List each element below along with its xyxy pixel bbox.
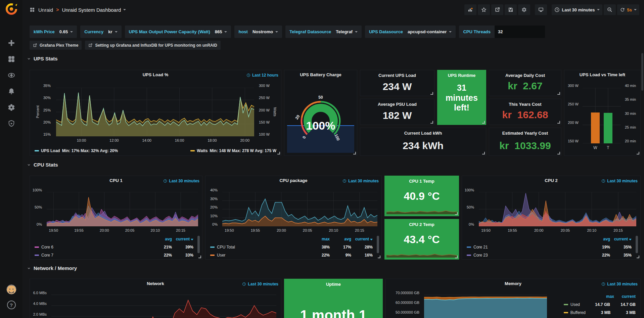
stat-title[interactable]: Average Daily Cost (489, 73, 561, 78)
section-ups-stats[interactable]: UPS Stats (27, 56, 58, 61)
legend-swatch (35, 255, 39, 256)
sidebar-dashboards-button[interactable] (0, 51, 22, 67)
ups-load-chart[interactable] (56, 88, 254, 136)
stat-title[interactable]: Uptime (284, 282, 382, 287)
legend-col-max[interactable]: max (593, 294, 614, 299)
top-navbar: Unraid > Unraid System Dashboard (22, 0, 644, 19)
breadcrumb-app[interactable]: Unraid (38, 7, 53, 13)
legend-swatch (467, 246, 471, 248)
time-override-badge[interactable]: Last 30 minutes (342, 179, 379, 183)
variable-ups-datasource[interactable]: UPS Datasource apcupsd-container (365, 26, 456, 38)
panel-title[interactable]: UPS Battery Charge (284, 72, 357, 77)
save-button[interactable] (505, 4, 517, 15)
legend-col-max[interactable]: max (308, 237, 330, 241)
gear-icon (521, 7, 527, 12)
stat-value: kr 2.67 (489, 80, 561, 92)
variable-telegraf-datasource[interactable]: Telegraf Datasource Telegraf (285, 26, 362, 38)
clock-icon (601, 179, 605, 183)
legend-row: CPU Total 38%17%28% (210, 243, 373, 251)
stat-title[interactable]: Average PSU Load (360, 102, 434, 107)
chart-legend: UPS Load Min: 17% Max: 32% Avg: 20% Watt… (35, 148, 276, 153)
cpu1-chart[interactable] (47, 192, 198, 226)
legend-col-current[interactable]: current (610, 237, 632, 241)
stat-title[interactable]: This Years Cost (489, 102, 561, 107)
legend-col-avg[interactable]: avg (330, 237, 351, 241)
stat-value: 40.9 °C (385, 190, 459, 202)
y-axis-ticks: 100%50%0% (462, 190, 477, 224)
ups-bars-chart[interactable]: WT (583, 88, 621, 143)
stat-title[interactable]: CPU 1 Temp (385, 179, 459, 184)
sidebar-server-admin-button[interactable] (0, 116, 22, 132)
panel-title[interactable]: UPS Load vs Time left (564, 72, 640, 77)
sidebar-user-avatar[interactable] (0, 281, 22, 298)
stat-title[interactable]: Current Load kWh (360, 131, 486, 136)
sidebar-alerting-button[interactable] (0, 83, 22, 99)
cycle-view-button[interactable] (535, 4, 547, 15)
clock-icon (554, 7, 560, 12)
stat-title[interactable]: Current UPS Load (360, 73, 434, 78)
panel-this-years-cost: This Years Cost kr 162.68 (489, 99, 561, 125)
add-panel-button[interactable] (464, 4, 476, 15)
variable-host[interactable]: host Nostromo (234, 26, 282, 38)
time-override-badge[interactable]: Last 30 minutes (242, 282, 278, 286)
legend-scrollbar[interactable] (636, 236, 638, 253)
panel-ups-load-vs-time-left: UPS Load vs Time left 300 W250 W200 W150… (564, 70, 641, 156)
legend-scrollbar[interactable] (377, 236, 379, 253)
apps-grid-icon[interactable] (29, 7, 35, 13)
time-override-badge[interactable]: Last 30 minutes (601, 282, 638, 286)
link-grafana-plex-theme[interactable]: Grafana Plex Theme (30, 41, 82, 50)
bar-T[interactable] (604, 113, 612, 143)
variable-ups-max-output[interactable]: UPS Max Output Power Capacity (Watt) 865 (125, 26, 231, 38)
stat-title[interactable]: UPS Runtime (438, 73, 486, 78)
stat-title[interactable]: Estimated Yearly Cost (489, 131, 561, 136)
cpu-package-chart[interactable] (222, 192, 377, 226)
panel-current-ups-load: Current UPS Load 234 W (360, 70, 434, 96)
link-grafana-influxdb-ups-guide[interactable]: Setting up Grafana and InfluxDB for UPS … (85, 41, 220, 50)
sidebar-explore-button[interactable] (0, 67, 22, 83)
zoom-out-button[interactable] (604, 4, 616, 15)
network-chart[interactable] (51, 290, 276, 318)
dashboard-settings-button[interactable] (518, 4, 530, 15)
chevron-down-icon (224, 31, 227, 33)
cpu2-chart[interactable] (479, 192, 636, 226)
section-network-memory[interactable]: Network / Memory (27, 265, 77, 271)
battery-gauge[interactable]: 02050100 (284, 70, 357, 155)
refresh-picker[interactable]: 5s (617, 4, 639, 15)
page-scrollbar[interactable] (641, 53, 643, 91)
time-override-badge[interactable]: Last 12 hours (246, 73, 278, 78)
share-button[interactable] (491, 4, 503, 15)
time-range-picker[interactable]: Last 30 minutes (552, 4, 602, 15)
time-override-badge[interactable]: Last 30 minutes (601, 179, 638, 183)
legend-item-watts[interactable]: Watts Min: 148 W Max: 278 W Avg: 175 W (190, 148, 276, 153)
stat-value: 31 minutes left! (440, 83, 483, 113)
legend-col-current[interactable]: current (614, 294, 636, 299)
panel-title[interactable]: UPS Load % (30, 72, 281, 77)
sidebar-create-button[interactable] (0, 35, 22, 51)
legend-col-avg[interactable]: avg (150, 237, 172, 241)
legend-scrollbar[interactable] (197, 236, 200, 253)
stat-value: 182 W (360, 110, 434, 121)
legend-col-current[interactable]: current (172, 237, 193, 241)
refresh-icon (620, 7, 625, 12)
bar-W[interactable] (591, 112, 600, 143)
variable-kwh-price[interactable]: kWh Price 0.65 (30, 26, 77, 38)
dashboards-grid-icon (8, 55, 15, 63)
cpu-threads-input[interactable]: 32 (495, 26, 545, 38)
legend-row: Core 21 19%35% (467, 243, 632, 251)
sidebar-configuration-button[interactable] (0, 99, 22, 116)
variable-currency[interactable]: Currency kr (80, 26, 121, 38)
legend-item-ups-load[interactable]: UPS Load Min: 17% Max: 32% Avg: 20% (35, 148, 118, 153)
stat-value: 43.4 °C (385, 233, 459, 246)
legend-swatch (35, 246, 39, 248)
legend-col-current[interactable]: current (351, 237, 373, 241)
star-button[interactable] (478, 4, 490, 15)
star-icon (481, 7, 487, 12)
sidebar-help-button[interactable]: ? (0, 297, 22, 313)
dashboard-title-dropdown[interactable]: Unraid System Dashboard (62, 7, 126, 13)
memory-chart[interactable] (424, 291, 547, 318)
section-cpu-stats[interactable]: CPU Stats (27, 162, 58, 168)
grafana-logo-icon[interactable] (4, 2, 18, 16)
stat-title[interactable]: CPU 2 Temp (385, 222, 459, 227)
time-override-badge[interactable]: Last 30 minutes (163, 179, 199, 183)
legend-col-avg[interactable]: avg (589, 237, 610, 241)
